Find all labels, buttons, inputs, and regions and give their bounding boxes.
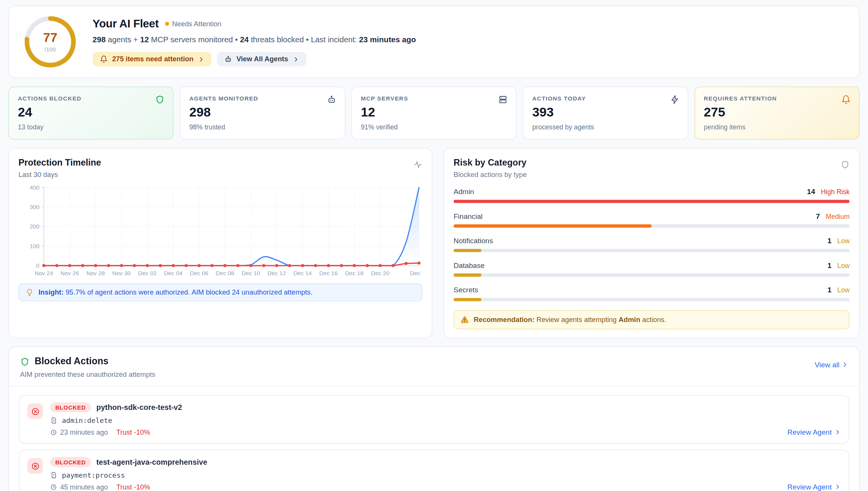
svg-text:Dec 02: Dec 02 (138, 270, 156, 276)
risk-by-category-card: Risk by Category Blocked actions by type… (444, 148, 860, 338)
trust-delta: Trust -10% (116, 429, 150, 437)
insight-text: Insight: 95.7% of agent actions were aut… (38, 289, 312, 297)
risk-level-label: Low (837, 262, 849, 270)
risk-count: 1 (827, 261, 831, 269)
svg-text:Nov 26: Nov 26 (61, 270, 79, 276)
risk-bar-fill (454, 249, 481, 252)
risk-count: 14 (807, 188, 815, 196)
blocked-badge: BLOCKED (50, 457, 91, 467)
stat-label: REQUIRES ATTENTION (704, 95, 850, 102)
stat-value: 12 (361, 105, 507, 120)
svg-text:Dec 14: Dec 14 (293, 270, 312, 276)
risk-category-label: Financial (454, 212, 483, 220)
chevron-right-icon (198, 56, 204, 62)
stat-card: AGENTS MONITORED 298 98% trusted (180, 86, 346, 139)
risk-category-row: Financial 7 Medium (454, 211, 850, 228)
risk-count: 1 (827, 286, 831, 294)
stat-card: ACTIONS TODAY 393 processed by agents (523, 86, 688, 139)
risk-category-row: Secrets 1 Low (454, 285, 850, 301)
stat-subtext: 91% verified (361, 123, 507, 131)
warning-icon (461, 316, 469, 324)
risk-category-row: Database 1 Low (454, 260, 850, 277)
svg-text:Nov 28: Nov 28 (86, 270, 105, 276)
svg-text:Nov 30: Nov 30 (112, 270, 131, 276)
score-ring-cap (48, 16, 53, 21)
risk-level-label: Low (837, 237, 849, 245)
bot-icon (224, 55, 232, 63)
blocked-command: admin:delete (62, 416, 112, 425)
svg-text:Dec 23: Dec 23 (410, 270, 422, 276)
svg-text:Dec 12: Dec 12 (268, 270, 286, 276)
svg-text:Dec 20: Dec 20 (371, 270, 389, 276)
view-all-agents-button[interactable]: View All Agents (217, 52, 306, 66)
svg-text:400: 400 (30, 184, 39, 191)
risk-category-label: Secrets (454, 286, 478, 294)
blocked-badge: BLOCKED (50, 402, 91, 412)
status-badge-label: Needs Attention (172, 20, 221, 28)
review-agent-link[interactable]: Review Agent (787, 483, 841, 491)
zap-icon (670, 95, 679, 104)
blocked-actions-card: Blocked Actions AIM prevented these unau… (8, 346, 860, 491)
view-agents-button-label: View All Agents (236, 55, 288, 63)
risk-level-label: Medium (826, 213, 850, 221)
fleet-score-gauge: 77 /100 (25, 16, 76, 68)
stat-subtext: 98% trusted (190, 123, 336, 131)
view-all-link[interactable]: View all (815, 360, 848, 369)
risk-subtitle: Blocked actions by type (454, 171, 527, 179)
stat-card: MCP SERVERS 12 91% verified (351, 86, 517, 139)
risk-bar-fill (454, 200, 850, 203)
risk-bar-track (454, 249, 850, 252)
time-ago: 23 minutes ago (60, 429, 108, 437)
risk-bar-fill (454, 298, 481, 301)
risk-bar-fill (454, 224, 651, 228)
timeline-subtitle: Last 30 days (18, 171, 101, 179)
chevron-right-icon (842, 362, 848, 368)
risk-count: 7 (816, 212, 820, 220)
activity-icon (413, 160, 422, 169)
insight-banner: Insight: 95.7% of agent actions were aut… (18, 284, 422, 301)
svg-text:200: 200 (30, 223, 39, 230)
chevron-right-icon (835, 429, 841, 435)
stat-card: REQUIRES ATTENTION 275 pending items (694, 86, 860, 139)
risk-category-label: Admin (454, 188, 474, 196)
score-max: /100 (45, 46, 56, 53)
svg-text:Dec 04: Dec 04 (164, 270, 183, 276)
risk-rows: Admin 14 High Risk Financial (454, 187, 850, 301)
score-center: 77 /100 (25, 16, 76, 68)
blocked-actions-subtitle: AIM prevented these unauthorized attempt… (20, 370, 156, 378)
svg-text:Dec 06: Dec 06 (190, 270, 208, 276)
status-dot-icon (165, 22, 169, 26)
stat-label: ACTIONS TODAY (532, 95, 679, 102)
items-need-attention-button[interactable]: 275 items need attention (92, 52, 211, 66)
risk-count: 1 (827, 237, 831, 245)
trust-delta: Trust -10% (116, 483, 150, 491)
risk-bar-track (454, 273, 850, 277)
risk-title: Risk by Category (454, 158, 527, 168)
risk-bar-fill (454, 273, 481, 277)
stat-value: 393 (532, 105, 679, 120)
server-icon (498, 95, 508, 104)
chevron-right-icon (293, 56, 299, 62)
risk-bar-track (454, 224, 850, 228)
stat-label: MCP SERVERS (361, 95, 507, 102)
stat-label: AGENTS MONITORED (190, 95, 336, 102)
clock-icon (50, 484, 57, 491)
bell-icon (841, 95, 851, 104)
stat-label: ACTIONS BLOCKED (18, 95, 164, 102)
blocked-action-row: BLOCKED python-sdk-core-test-v2 admin:de… (19, 395, 849, 444)
risk-category-label: Notifications (454, 237, 493, 245)
protection-timeline-chart: 0100200300400Nov 24Nov 26Nov 28Nov 30Dec… (18, 183, 422, 279)
bot-icon (327, 95, 336, 104)
risk-category-row: Notifications 1 Low (454, 236, 850, 252)
bell-icon (100, 55, 108, 63)
header-text-block: Your AI Fleet Needs Attention 298 agents… (92, 17, 416, 66)
dashboard: 77 /100 Your AI Fleet Needs Attention 29… (0, 0, 868, 491)
risk-category-row: Admin 14 High Risk (454, 187, 850, 203)
stat-subtext: 13 today (18, 123, 164, 131)
shield-icon (20, 357, 30, 366)
circle-x-icon (27, 403, 43, 419)
svg-text:Dec 16: Dec 16 (319, 270, 338, 276)
attention-button-label: 275 items need attention (112, 55, 194, 63)
svg-text:Dec 18: Dec 18 (345, 270, 363, 276)
review-agent-link[interactable]: Review Agent (787, 428, 841, 436)
